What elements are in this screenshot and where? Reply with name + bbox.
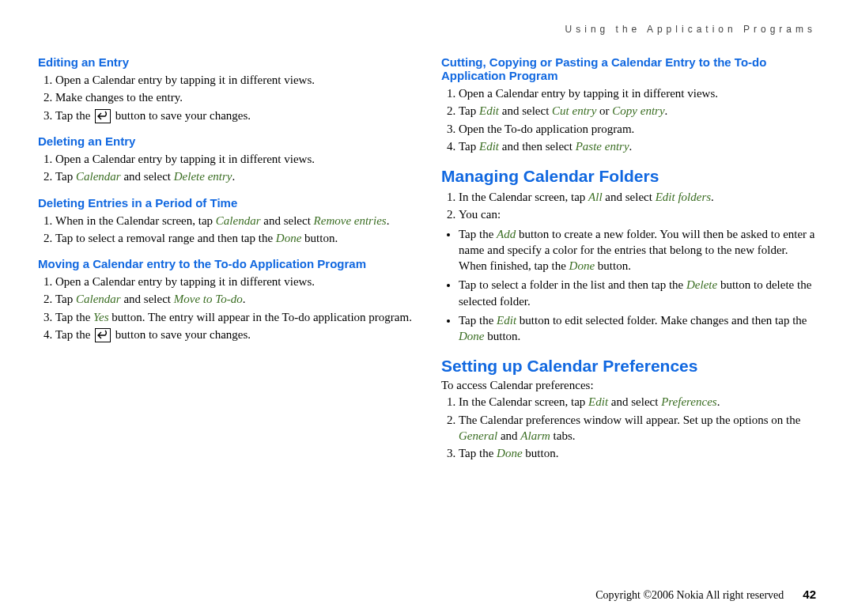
step: Open a Calendar entry by tapping it in d… bbox=[459, 85, 816, 101]
step: When in the Calendar screen, tap Calenda… bbox=[55, 213, 413, 229]
step: Tap Edit and then select Paste entry. bbox=[459, 138, 816, 154]
right-column: Cutting, Copying or Pasting a Calendar E… bbox=[441, 44, 816, 464]
manual-page: Using the Application Programs Editing a… bbox=[0, 0, 854, 464]
step: Tap the button to save your changes. bbox=[55, 108, 413, 124]
step: Tap the Yes button. The entry will appea… bbox=[55, 309, 413, 325]
left-column: Editing an Entry Open a Calendar entry b… bbox=[38, 44, 413, 464]
steps-editing-entry: Open a Calendar entry by tapping it in d… bbox=[38, 72, 413, 123]
prefs-intro: To access Calendar preferences: bbox=[441, 379, 816, 392]
step: Tap Calendar and select Move to To-do. bbox=[55, 291, 413, 307]
steps-deleting-period: When in the Calendar screen, tap Calenda… bbox=[38, 213, 413, 247]
two-column-layout: Editing an Entry Open a Calendar entry b… bbox=[38, 44, 816, 464]
page-footer: Copyright ©2006 Nokia All right reserved… bbox=[595, 588, 816, 602]
step: In the Calendar screen, tap All and sele… bbox=[459, 189, 816, 205]
heading-deleting-entry: Deleting an Entry bbox=[38, 134, 413, 148]
heading-calendar-preferences: Setting up Calendar Preferences bbox=[441, 357, 816, 376]
step: Tap the button to save your changes. bbox=[55, 327, 413, 343]
copyright-text: Copyright ©2006 Nokia All right reserved bbox=[595, 589, 784, 602]
list-item: Tap to select a folder in the list and t… bbox=[459, 277, 816, 309]
step: Open a Calendar entry by tapping it in d… bbox=[55, 151, 413, 167]
step: Open the To-do application program. bbox=[459, 121, 816, 137]
step: Make changes to the entry. bbox=[55, 89, 413, 105]
page-number: 42 bbox=[803, 588, 816, 601]
step: Tap to select a removal range and then t… bbox=[55, 230, 413, 246]
running-header: Using the Application Programs bbox=[38, 24, 816, 35]
heading-deleting-period: Deleting Entries in a Period of Time bbox=[38, 196, 413, 210]
step: Tap Edit and select Cut entry or Copy en… bbox=[459, 103, 816, 119]
steps-cut-copy-paste: Open a Calendar entry by tapping it in d… bbox=[441, 85, 816, 154]
steps-moving-entry: Open a Calendar entry by tapping it in d… bbox=[38, 274, 413, 342]
save-undo-icon bbox=[95, 109, 111, 123]
list-item: Tap the Edit button to edit selected fol… bbox=[459, 312, 816, 345]
step: Tap the Done button. bbox=[459, 445, 816, 461]
steps-managing-folders: In the Calendar screen, tap All and sele… bbox=[441, 189, 816, 223]
list-item: Tap the Add button to create a new folde… bbox=[459, 226, 816, 274]
heading-moving-entry: Moving a Calendar entry to the To-do App… bbox=[38, 257, 413, 270]
heading-editing-entry: Editing an Entry bbox=[38, 55, 413, 69]
step: Open a Calendar entry by tapping it in d… bbox=[55, 72, 413, 88]
step: In the Calendar screen, tap Edit and sel… bbox=[459, 394, 816, 410]
step: The Calendar preferences window will app… bbox=[459, 412, 816, 444]
steps-deleting-entry: Open a Calendar entry by tapping it in d… bbox=[38, 151, 413, 185]
step: Tap Calendar and select Delete entry. bbox=[55, 168, 413, 184]
heading-managing-folders: Managing Calendar Folders bbox=[441, 167, 816, 186]
save-undo-icon bbox=[95, 328, 111, 342]
step: You can: bbox=[459, 206, 816, 222]
steps-calendar-preferences: In the Calendar screen, tap Edit and sel… bbox=[441, 394, 816, 461]
folder-options-list: Tap the Add button to create a new folde… bbox=[441, 226, 816, 345]
heading-cut-copy-paste: Cutting, Copying or Pasting a Calendar E… bbox=[441, 55, 816, 82]
step: Open a Calendar entry by tapping it in d… bbox=[55, 274, 413, 289]
